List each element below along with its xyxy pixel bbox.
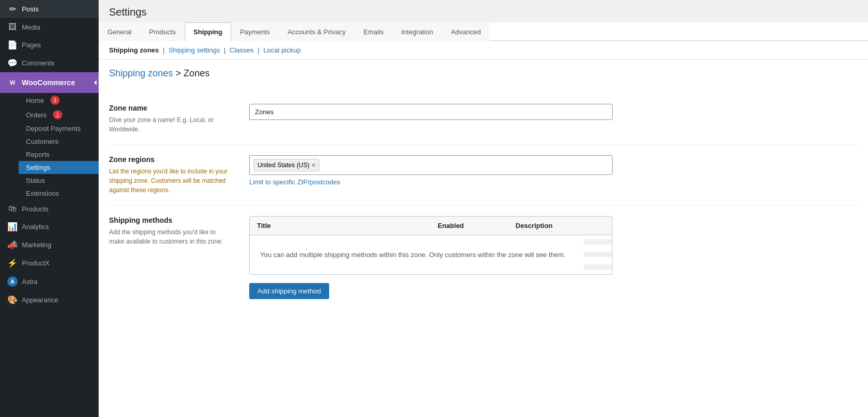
zone-name-desc: Give your zone a name! E.g. Local, or Wo…	[109, 115, 228, 134]
region-tag-remove[interactable]: ×	[311, 162, 316, 169]
shipping-methods-input-col: Title Enabled Description You can add mu…	[249, 216, 858, 299]
zone-name-label: Zone name	[109, 104, 228, 112]
empty-message-text: You can add multiple shipping methods wi…	[260, 251, 565, 259]
tab-general[interactable]: General	[99, 22, 140, 41]
limit-zip-link[interactable]: Limit to specific ZIP/postcodes	[249, 178, 858, 186]
tab-accounts-privacy[interactable]: Accounts & Privacy	[279, 22, 355, 41]
shipping-methods-row: Shipping methods Add the shipping method…	[109, 206, 858, 310]
breadcrumb-separator: >	[175, 68, 184, 78]
appearance-icon: 🎨	[7, 295, 18, 305]
shipping-methods-label-col: Shipping methods Add the shipping method…	[109, 216, 239, 299]
zone-regions-input-col: United States (US) × Limit to specific Z…	[249, 155, 858, 195]
media-icon: 🖼	[7, 22, 18, 32]
subnav-local-pickup[interactable]: Local pickup	[263, 46, 301, 54]
comments-icon: 💬	[7, 58, 18, 68]
sidebar-item-products[interactable]: 🛍 Products	[0, 200, 99, 218]
woo-submenu: Home 3 Orders 1 Deposit Payments Custome…	[0, 93, 99, 200]
sidebar-item-astra[interactable]: A Astra	[0, 272, 99, 291]
pages-icon: 📄	[7, 40, 18, 50]
sidebar-item-orders[interactable]: Orders 1	[19, 107, 99, 122]
col-enabled: Enabled	[430, 217, 508, 235]
sidebar-item-home[interactable]: Home 3	[19, 93, 99, 107]
orders-badge: 1	[53, 110, 62, 119]
add-shipping-method-button[interactable]: Add shipping method	[249, 283, 329, 299]
zone-name-input[interactable]	[249, 104, 613, 120]
breadcrumb-link[interactable]: Shipping zones	[109, 68, 173, 78]
marketing-icon: 📣	[7, 240, 18, 250]
tab-shipping[interactable]: Shipping	[185, 22, 232, 41]
shipping-methods-label: Shipping methods	[109, 216, 228, 224]
col-title: Title	[250, 217, 430, 235]
zone-regions-label-col: Zone regions List the regions you'd like…	[109, 155, 239, 195]
sidebar-item-pages[interactable]: 📄 Pages	[0, 36, 99, 54]
zone-name-label-col: Zone name Give your zone a name! E.g. Lo…	[109, 104, 239, 134]
sidebar-item-productx[interactable]: ⚡ ProductX	[0, 254, 99, 272]
active-arrow	[94, 77, 99, 88]
zone-regions-desc: List the regions you'd like to include i…	[109, 167, 228, 195]
main-content: Settings General Products Shipping Payme…	[99, 0, 868, 417]
shipping-methods-desc: Add the shipping methods you'd like to m…	[109, 227, 228, 246]
sidebar-item-analytics[interactable]: 📊 Analytics	[0, 218, 99, 236]
table-header: Title Enabled Description	[250, 217, 612, 235]
analytics-icon: 📊	[7, 222, 18, 232]
content-area: Settings General Products Shipping Payme…	[99, 0, 868, 417]
zone-regions-row: Zone regions List the regions you'd like…	[109, 145, 858, 206]
sidebar-item-woocommerce[interactable]: W WooCommerce	[0, 72, 99, 93]
sidebar-item-extensions[interactable]: Extensions	[19, 187, 99, 200]
breadcrumb: Shipping zones > Zones	[99, 60, 868, 83]
separator-1: |	[163, 46, 167, 54]
tab-products[interactable]: Products	[140, 22, 184, 41]
sidebar-item-posts[interactable]: ✏ Posts	[0, 0, 99, 18]
sidebar-item-comments[interactable]: 💬 Comments	[0, 54, 99, 72]
breadcrumb-current: Zones	[184, 68, 210, 78]
sidebar-item-marketing[interactable]: 📣 Marketing	[0, 236, 99, 254]
tabs-bar: General Products Shipping Payments Accou…	[99, 22, 868, 41]
posts-icon: ✏	[7, 4, 18, 14]
sidebar-item-appearance[interactable]: 🎨 Appearance	[0, 291, 99, 309]
sidebar-item-reports[interactable]: Reports	[19, 148, 99, 161]
zone-name-input-col	[249, 104, 858, 134]
woo-icon: W	[7, 77, 18, 88]
sub-nav: Shipping zones | Shipping settings | Cla…	[99, 41, 868, 60]
zone-regions-label: Zone regions	[109, 155, 228, 164]
tab-payments[interactable]: Payments	[231, 22, 279, 41]
sidebar-item-customers[interactable]: Customers	[19, 135, 99, 148]
sidebar-item-media[interactable]: 🖼 Media	[0, 18, 99, 36]
region-tag-label: United States (US)	[257, 162, 309, 169]
home-badge: 3	[50, 96, 60, 105]
sidebar-item-status[interactable]: Status	[19, 174, 99, 187]
tab-emails[interactable]: Emails	[355, 22, 392, 41]
region-tag-us: United States (US) ×	[254, 159, 319, 171]
tab-advanced[interactable]: Advanced	[442, 22, 490, 41]
zone-regions-input[interactable]: United States (US) ×	[249, 155, 613, 175]
tab-integration[interactable]: Integration	[392, 22, 442, 41]
empty-bg-decoration: ≡	[580, 235, 612, 274]
shipping-methods-table: Title Enabled Description You can add mu…	[249, 216, 613, 275]
form-area: Zone name Give your zone a name! E.g. Lo…	[99, 83, 868, 320]
subnav-classes[interactable]: Classes	[229, 46, 253, 54]
subnav-shipping-settings[interactable]: Shipping settings	[169, 46, 220, 54]
subnav-shipping-zones-current: Shipping zones	[109, 46, 159, 54]
productx-icon: ⚡	[7, 258, 18, 268]
settings-page: General Products Shipping Payments Accou…	[99, 22, 868, 417]
page-title: Settings	[99, 0, 868, 22]
sidebar-item-settings[interactable]: Settings	[19, 161, 99, 174]
table-empty-message: You can add multiple shipping methods wi…	[250, 235, 612, 274]
sidebar: ✏ Posts 🖼 Media 📄 Pages 💬 Comments W Woo…	[0, 0, 99, 417]
separator-3: |	[257, 46, 261, 54]
products-icon: 🛍	[7, 204, 18, 213]
separator-2: |	[224, 46, 227, 54]
col-description: Description	[508, 217, 612, 235]
astra-icon: A	[7, 276, 18, 287]
zone-name-row: Zone name Give your zone a name! E.g. Lo…	[109, 93, 858, 145]
sidebar-item-deposit-payments[interactable]: Deposit Payments	[19, 122, 99, 135]
